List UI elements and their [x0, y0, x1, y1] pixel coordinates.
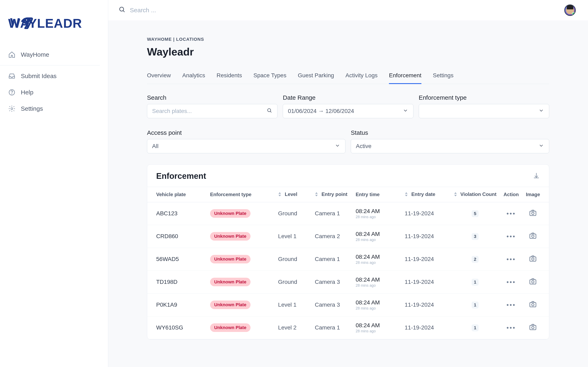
col-plate[interactable]: Vehicle plate — [147, 187, 208, 202]
home-icon — [8, 51, 16, 58]
cell-entry-point: Camera 1 — [312, 248, 353, 271]
download-icon — [533, 177, 540, 180]
col-violation[interactable]: Violation Count — [451, 187, 499, 202]
enforcement-type-select[interactable] — [419, 104, 549, 118]
cell-entry-point: Camera 1 — [312, 316, 353, 339]
cell-image — [523, 225, 549, 248]
cell-entry-time: 08:24 AM28 mins ago — [353, 293, 402, 316]
svg-rect-25 — [530, 302, 536, 307]
tab-guest-parking[interactable]: Guest Parking — [298, 68, 334, 84]
sidebar-item-submit-ideas[interactable]: Submit Ideas — [0, 68, 108, 84]
cell-entry-date: 11-19-2024 — [402, 202, 451, 225]
table-row: 56WAD5 Unknown Plate Ground Camera 1 08:… — [147, 248, 549, 271]
access-point-select[interactable]: All — [147, 139, 346, 153]
chevron-down-icon — [335, 143, 340, 150]
tab-analytics[interactable]: Analytics — [182, 68, 205, 84]
cell-entry-date: 11-19-2024 — [402, 293, 451, 316]
tab-space-types[interactable]: Space Types — [253, 68, 286, 84]
camera-icon[interactable] — [529, 303, 537, 309]
svg-marker-9 — [278, 192, 281, 194]
svg-marker-11 — [315, 192, 318, 194]
tab-enforcement[interactable]: Enforcement — [389, 68, 421, 84]
cell-image — [523, 271, 549, 293]
row-actions-button[interactable]: ••• — [507, 210, 516, 217]
cell-violation: 5 — [451, 202, 499, 225]
col-image: Image — [523, 187, 549, 202]
violation-count: 5 — [472, 210, 479, 217]
tab-residents[interactable]: Residents — [217, 68, 242, 84]
cell-image — [523, 293, 549, 316]
search-input-wrap[interactable] — [147, 104, 277, 118]
table-row: WY610SG Unknown Plate Level 2 Camera 1 0… — [147, 316, 549, 339]
camera-icon[interactable] — [529, 280, 537, 287]
cell-type: Unknown Plate — [208, 271, 276, 293]
svg-point-18 — [532, 212, 534, 215]
violation-count: 1 — [472, 324, 479, 331]
camera-icon[interactable] — [529, 258, 537, 264]
avatar[interactable] — [564, 4, 576, 16]
camera-icon[interactable] — [529, 326, 537, 332]
cell-entry-point: Camera 3 — [312, 293, 353, 316]
cell-plate: 56WAD5 — [147, 248, 208, 271]
sidebar-item-wayhome[interactable]: WayHome — [0, 47, 108, 63]
cell-entry-point: Camera 2 — [312, 225, 353, 248]
row-actions-button[interactable]: ••• — [507, 278, 516, 286]
svg-point-4 — [11, 108, 13, 109]
status-select[interactable]: Active — [351, 139, 549, 153]
sidebar-item-label: Settings — [21, 105, 43, 112]
filter-date-range: Date Range 01/06/2024 → 12/06/2024 — [283, 94, 413, 118]
cell-entry-point: Camera 3 — [312, 271, 353, 293]
row-actions-button[interactable]: ••• — [507, 324, 516, 331]
camera-icon[interactable] — [529, 235, 537, 241]
sidebar-item-help[interactable]: Help — [0, 84, 108, 100]
cell-plate: WY610SG — [147, 316, 208, 339]
cell-plate: P0K1A9 — [147, 293, 208, 316]
filter-label: Date Range — [283, 94, 413, 101]
sidebar-item-label: Help — [21, 89, 34, 96]
cell-entry-date: 11-19-2024 — [402, 316, 451, 339]
cell-violation: 1 — [451, 293, 499, 316]
cell-entry-date: 11-19-2024 — [402, 248, 451, 271]
enforcement-badge: Unknown Plate — [210, 232, 251, 241]
svg-marker-10 — [278, 195, 281, 196]
row-actions-button[interactable]: ••• — [507, 256, 516, 263]
camera-icon[interactable] — [529, 212, 537, 218]
sidebar-item-settings[interactable]: Settings — [0, 100, 108, 117]
cell-type: Unknown Plate — [208, 225, 276, 248]
sort-icon — [405, 192, 408, 198]
cell-violation: 1 — [451, 316, 499, 339]
cell-action: ••• — [499, 293, 523, 316]
sidebar-item-label: Submit Ideas — [21, 73, 57, 80]
row-actions-button[interactable]: ••• — [507, 233, 516, 240]
svg-marker-15 — [454, 192, 457, 194]
col-level[interactable]: Level — [276, 187, 312, 202]
filter-label: Status — [351, 129, 549, 136]
help-icon — [8, 89, 16, 96]
violation-count: 2 — [472, 256, 479, 263]
filter-status: Status Active — [351, 129, 549, 153]
tab-overview[interactable]: Overview — [147, 68, 171, 84]
row-actions-button[interactable]: ••• — [507, 301, 516, 309]
date-range-value: 01/06/2024 → 12/06/2024 — [288, 108, 354, 114]
date-range-select[interactable]: 01/06/2024 → 12/06/2024 — [283, 104, 413, 118]
col-entry-point[interactable]: Entry point — [312, 187, 353, 202]
tab-settings[interactable]: Settings — [433, 68, 453, 84]
col-enforcement-type[interactable]: Enforcement type — [208, 187, 276, 202]
search-input[interactable] — [152, 108, 263, 114]
table-row: ABC123 Unknown Plate Ground Camera 1 08:… — [147, 202, 549, 225]
table-row: TD198D Unknown Plate Ground Camera 3 08:… — [147, 271, 549, 293]
cell-action: ••• — [499, 248, 523, 271]
cell-action: ••• — [499, 271, 523, 293]
download-button[interactable] — [533, 172, 540, 180]
nav-divider — [0, 65, 100, 66]
cell-image — [523, 248, 549, 271]
global-search-placeholder: Search ... — [130, 7, 156, 14]
enforcement-card: Enforcement Vehicle plate Enforcement ty… — [147, 164, 549, 340]
sort-icon — [454, 192, 457, 198]
tab-activity-logs[interactable]: Activity Logs — [346, 68, 378, 84]
cell-violation: 3 — [451, 225, 499, 248]
col-entry-date[interactable]: Entry date — [402, 187, 451, 202]
global-search[interactable]: Search ... — [118, 6, 156, 15]
col-entry-time[interactable]: Entry time — [353, 187, 402, 202]
svg-point-26 — [532, 303, 534, 306]
